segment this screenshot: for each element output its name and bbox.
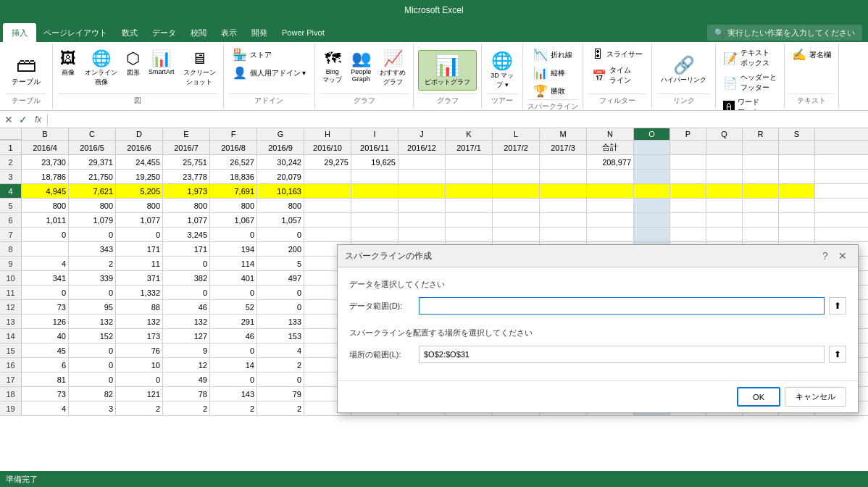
table-cell[interactable]: 2 (163, 401, 210, 415)
table-cell[interactable] (634, 170, 670, 183)
table-cell[interactable]: 95 (69, 300, 116, 314)
tab-view[interactable]: 表示 (214, 23, 244, 42)
table-cell[interactable] (304, 184, 351, 198)
table-cell[interactable]: 5,205 (116, 184, 163, 198)
dialog-cancel-btn[interactable]: キャンセル (785, 387, 846, 407)
table-cell[interactable] (670, 155, 706, 169)
table-cell[interactable]: 126 (22, 315, 69, 328)
table-cell[interactable]: 81 (22, 372, 69, 386)
btn-smartart[interactable]: 📊 SmartArt (146, 46, 178, 78)
tab-formula[interactable]: 数式 (114, 23, 145, 42)
table-cell[interactable]: 45 (22, 344, 69, 357)
table-cell[interactable] (351, 199, 398, 212)
table-cell[interactable]: 0 (210, 286, 257, 299)
col-header-H[interactable]: H (304, 128, 351, 140)
table-cell[interactable] (743, 184, 779, 198)
table-cell[interactable] (398, 184, 446, 198)
btn-winloss-spark[interactable]: 🏆 勝敗 (529, 83, 569, 99)
table-cell[interactable]: 46 (210, 329, 257, 343)
table-cell[interactable]: 30,242 (257, 155, 304, 169)
table-cell[interactable]: 800 (163, 199, 210, 212)
table-cell[interactable] (706, 170, 743, 183)
table-cell[interactable]: 52 (210, 300, 257, 314)
table-cell[interactable]: 29,275 (304, 155, 351, 169)
table-cell[interactable]: 14 (210, 358, 257, 372)
table-cell[interactable] (398, 199, 446, 212)
table-cell[interactable] (779, 170, 815, 183)
table-cell[interactable]: 133 (257, 315, 304, 328)
table-cell[interactable] (446, 184, 493, 198)
table-cell[interactable] (587, 184, 634, 198)
table-cell[interactable] (743, 199, 779, 212)
table-cell[interactable] (743, 155, 779, 169)
table-cell[interactable]: 76 (116, 344, 163, 357)
table-cell[interactable]: 11 (116, 257, 163, 270)
search-bar[interactable]: 🔍 実行したい作業を入力してください (707, 25, 862, 41)
table-cell[interactable]: 0 (257, 286, 304, 299)
table-cell[interactable] (743, 213, 779, 227)
table-cell[interactable] (351, 170, 398, 183)
table-cell[interactable]: 1,077 (163, 213, 210, 227)
dialog-data-range-input[interactable] (419, 297, 825, 315)
table-cell[interactable]: 78 (163, 387, 210, 401)
table-cell[interactable] (493, 155, 540, 169)
table-cell[interactable]: 19,625 (351, 155, 398, 169)
table-cell[interactable]: 10 (116, 358, 163, 372)
btn-signature[interactable]: ✍ 署名欄 (789, 46, 834, 63)
cell-1-F[interactable]: 2016/8 (210, 141, 257, 154)
table-cell[interactable] (670, 184, 706, 198)
tab-power-pivot[interactable]: Power Pivot (275, 23, 332, 42)
table-cell[interactable] (670, 228, 706, 241)
table-cell[interactable]: 73 (22, 300, 69, 314)
table-cell[interactable]: 200 (257, 242, 304, 256)
dialog-ok-btn[interactable]: OK (737, 387, 780, 407)
table-cell[interactable]: 0 (69, 344, 116, 357)
table-cell[interactable] (706, 213, 743, 227)
table-cell[interactable]: 339 (69, 271, 116, 285)
col-header-O[interactable]: O (634, 128, 670, 140)
formula-cancel-icon[interactable]: ✕ (3, 114, 14, 125)
table-cell[interactable]: 88 (116, 300, 163, 314)
col-header-L[interactable]: L (493, 128, 540, 140)
btn-table[interactable]: 🗃 テーブル (6, 50, 46, 90)
col-header-S[interactable]: S (779, 128, 815, 140)
table-cell[interactable] (779, 213, 815, 227)
table-cell[interactable] (743, 170, 779, 183)
table-cell[interactable]: 171 (116, 242, 163, 256)
table-cell[interactable]: 3 (69, 401, 116, 415)
col-header-D[interactable]: D (116, 128, 163, 140)
table-cell[interactable] (446, 199, 493, 212)
table-cell[interactable]: 25,751 (163, 155, 210, 169)
table-cell[interactable] (634, 155, 670, 169)
table-cell[interactable] (634, 213, 670, 227)
table-cell[interactable] (634, 199, 670, 212)
table-cell[interactable]: 382 (163, 271, 210, 285)
dialog-data-range-picker-btn[interactable]: ⬆ (829, 297, 846, 315)
table-cell[interactable] (493, 170, 540, 183)
table-cell[interactable]: 18,836 (210, 170, 257, 183)
col-header-R[interactable]: R (743, 128, 779, 140)
table-cell[interactable]: 0 (210, 228, 257, 241)
table-cell[interactable]: 114 (210, 257, 257, 270)
table-cell[interactable] (446, 155, 493, 169)
btn-online-image[interactable]: 🌐 オンライン画像 (82, 46, 120, 90)
dialog-help-btn[interactable]: ? (817, 249, 833, 263)
table-cell[interactable] (304, 213, 351, 227)
col-header-J[interactable]: J (398, 128, 446, 140)
table-cell[interactable]: 171 (163, 242, 210, 256)
table-cell[interactable]: 800 (116, 199, 163, 212)
table-cell[interactable]: 10,163 (257, 184, 304, 198)
table-cell[interactable]: 143 (210, 387, 257, 401)
table-cell[interactable] (398, 155, 446, 169)
table-cell[interactable] (446, 213, 493, 227)
cell-1-N[interactable]: 合計 (587, 141, 634, 154)
btn-header-footer[interactable]: 📄 ヘッダーとフッター (720, 71, 780, 94)
table-cell[interactable]: 6 (22, 358, 69, 372)
table-cell[interactable]: 4 (22, 401, 69, 415)
btn-screenshot[interactable]: 🖥 スクリーンショット (180, 46, 219, 90)
table-cell[interactable]: 49 (163, 372, 210, 386)
table-cell[interactable]: 29,371 (69, 155, 116, 169)
table-cell[interactable] (706, 228, 743, 241)
table-cell[interactable]: 4 (22, 257, 69, 270)
table-cell[interactable] (540, 155, 587, 169)
